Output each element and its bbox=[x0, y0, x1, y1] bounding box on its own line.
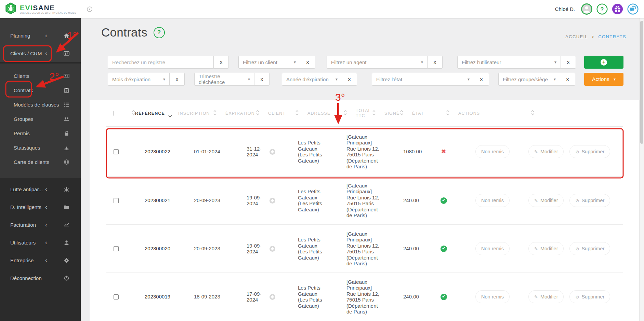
cell-client: Les Petits Gateaux (Les Petits Gateaux) bbox=[275, 273, 327, 321]
sort-icon[interactable] bbox=[256, 110, 259, 116]
filter-etat-select[interactable]: Filtrez l'état ▾ bbox=[372, 73, 474, 86]
history-icon[interactable] bbox=[270, 294, 275, 300]
row-checkbox[interactable] bbox=[114, 149, 119, 154]
sidebar-item-contrats[interactable]: Contrats bbox=[0, 83, 81, 97]
sidebar-item-deconnection[interactable]: Déconnection bbox=[0, 269, 81, 287]
table-header: RÉFÉRENCE INSCRIPTION ÉXPIRATION CLIENT … bbox=[106, 100, 623, 127]
row-spacer-cell bbox=[123, 225, 135, 273]
supprimer-button[interactable]: ⊘Supprimer bbox=[569, 242, 610, 255]
modifier-button[interactable]: ✎Modifier bbox=[528, 194, 564, 207]
breadcrumb-home[interactable]: ACCUEIL bbox=[565, 34, 588, 39]
etat-button[interactable]: Non remis bbox=[475, 145, 510, 158]
cell-etat: Non remis bbox=[452, 225, 511, 273]
etat-button[interactable]: Non remis bbox=[475, 194, 510, 207]
modifier-button[interactable]: ✎Modifier bbox=[528, 290, 564, 303]
etat-button[interactable]: Non remis bbox=[475, 242, 510, 255]
add-contract-button[interactable]: + bbox=[584, 56, 623, 69]
sidebar-item-label: Groupes bbox=[14, 116, 34, 122]
circle-dot-icon[interactable] bbox=[87, 6, 93, 12]
filter-client-select[interactable]: Filtrez un client ▾ bbox=[238, 56, 300, 69]
clear-search-button[interactable]: X bbox=[213, 56, 229, 69]
page-help-icon[interactable]: ? bbox=[154, 27, 165, 38]
scrollbar-thumb[interactable] bbox=[640, 21, 643, 144]
column-header-actions[interactable]: ACTIONS bbox=[458, 110, 623, 116]
sidebar-item-facturation[interactable]: Facturation ‹ bbox=[0, 216, 81, 234]
column-header-expiration[interactable]: ÉXPIRATION bbox=[225, 110, 268, 116]
chat-icon[interactable] bbox=[627, 3, 639, 15]
sort-icon[interactable] bbox=[213, 110, 216, 116]
etat-button[interactable]: Non remis bbox=[475, 290, 510, 303]
sidebar-item-label: Planning bbox=[10, 33, 30, 39]
column-header-reference[interactable]: RÉFÉRENCE bbox=[135, 108, 178, 118]
sidebar-item-groupes[interactable]: Groupes bbox=[0, 112, 81, 126]
select-label: Filtrez l'utilisateur bbox=[462, 59, 501, 65]
sidebar-item-statistiques[interactable]: Statistiques bbox=[0, 140, 81, 155]
search-input[interactable] bbox=[108, 56, 214, 69]
sidebar-item-lutte-antiparasitaire[interactable]: Lutte antipar... ‹ bbox=[0, 180, 81, 198]
clear-filter-button[interactable]: X bbox=[342, 73, 357, 86]
clear-filter-button[interactable]: X bbox=[474, 73, 489, 86]
sort-icon[interactable] bbox=[344, 110, 347, 116]
sort-icon[interactable] bbox=[132, 110, 135, 116]
filter-agent-select[interactable]: Filtrez un agent ▾ bbox=[327, 56, 428, 69]
clear-filter-button[interactable]: X bbox=[560, 73, 575, 86]
select-all-checkbox[interactable] bbox=[114, 111, 114, 116]
contracts-table-card: RÉFÉRENCE INSCRIPTION ÉXPIRATION CLIENT … bbox=[90, 100, 639, 321]
help-icon[interactable]: ? bbox=[596, 3, 608, 15]
clear-filter-button[interactable]: X bbox=[561, 56, 576, 69]
filter-annee-select[interactable]: Année d'éxpiration ▾ bbox=[282, 73, 342, 86]
clear-filter-button[interactable]: X bbox=[169, 73, 185, 86]
column-header-total-ttc[interactable]: TOTAL TTC bbox=[356, 108, 384, 118]
breadcrumb-current[interactable]: CONTRATS bbox=[598, 34, 626, 39]
clear-filter-button[interactable]: X bbox=[254, 73, 270, 86]
clear-filter-button[interactable]: X bbox=[427, 56, 443, 69]
row-checkbox[interactable] bbox=[114, 246, 119, 251]
history-icon[interactable] bbox=[270, 246, 275, 252]
supprimer-button[interactable]: ⊘Supprimer bbox=[569, 145, 610, 158]
history-icon[interactable] bbox=[270, 198, 275, 204]
supprimer-button[interactable]: ⊘Supprimer bbox=[569, 290, 610, 303]
filter-groupe-select[interactable]: Filtrez groupe/siège ▾ bbox=[498, 73, 560, 86]
sort-icon[interactable] bbox=[531, 110, 534, 116]
sidebar-item-clients[interactable]: Clients bbox=[0, 69, 81, 83]
vertical-scrollbar[interactable] bbox=[639, 18, 644, 321]
modifier-button[interactable]: ✎Modifier bbox=[528, 145, 564, 158]
cell-reference: 202300021 bbox=[135, 177, 178, 224]
sidebar-item-d-intelligents[interactable]: D. Intelligents ‹ bbox=[0, 198, 81, 216]
column-header-adresse[interactable]: ADRESSE bbox=[307, 110, 356, 116]
filter-utilisateur-select[interactable]: Filtrez l'utilisateur ▾ bbox=[457, 56, 561, 69]
sidebar-top-section: Planning ‹ Clients / CRM ‹ bbox=[0, 18, 81, 62]
sort-icon[interactable] bbox=[446, 110, 449, 116]
sidebar-item-utilisateurs[interactable]: Utilisateurs ‹ bbox=[0, 234, 81, 251]
app-logo[interactable]: EVISANE LOGICIEL CLOUD DE 3D ET HYGIÈNE … bbox=[4, 2, 76, 16]
filter-trimestre-select[interactable]: Trimestre d'échéance ▾ bbox=[194, 73, 254, 86]
gift-icon[interactable] bbox=[612, 3, 623, 15]
row-checkbox[interactable] bbox=[114, 198, 119, 203]
row-checkbox[interactable] bbox=[114, 294, 119, 299]
sort-icon[interactable] bbox=[372, 110, 376, 117]
supprimer-button[interactable]: ⊘Supprimer bbox=[569, 194, 610, 207]
table-body: 202300022 01-01-2024 31-12-2024 Les Peti… bbox=[90, 127, 639, 321]
sort-icon[interactable] bbox=[295, 110, 299, 116]
row-spacer-cell bbox=[123, 127, 135, 176]
column-header-inscription[interactable]: INSCRIPTION bbox=[178, 110, 225, 116]
sidebar-item-entreprise[interactable]: Entreprise ‹ bbox=[0, 251, 81, 269]
brand-green: EVI bbox=[20, 4, 33, 12]
column-header-signe[interactable]: SIGNÉ bbox=[384, 110, 412, 116]
sidebar-item-modeles-de-clauses[interactable]: Modèles de clauses bbox=[0, 97, 81, 112]
sidebar-item-planning[interactable]: Planning ‹ bbox=[0, 27, 81, 44]
history-icon[interactable] bbox=[270, 149, 275, 155]
actions-button[interactable]: Actions ▾ bbox=[584, 73, 623, 86]
sidebar-item-clients-crm[interactable]: Clients / CRM ‹ bbox=[0, 44, 81, 62]
modifier-button[interactable]: ✎Modifier bbox=[528, 242, 564, 255]
clear-filter-button[interactable]: X bbox=[300, 56, 315, 69]
sort-icon[interactable] bbox=[400, 110, 403, 116]
filter-etat-group: Filtrez l'état ▾ X bbox=[372, 73, 489, 86]
id-card-icon bbox=[64, 51, 69, 56]
column-header-etat[interactable]: ÉTAT bbox=[412, 110, 458, 116]
column-header-client[interactable]: CLIENT bbox=[268, 110, 307, 116]
filter-mois-select[interactable]: Mois d'éxpiration ▾ bbox=[108, 73, 170, 86]
sidebar-item-permis[interactable]: Permis bbox=[0, 126, 81, 140]
avatar[interactable] bbox=[581, 3, 592, 15]
sidebar-item-carte-de-clients[interactable]: Carte de clients bbox=[0, 155, 81, 169]
